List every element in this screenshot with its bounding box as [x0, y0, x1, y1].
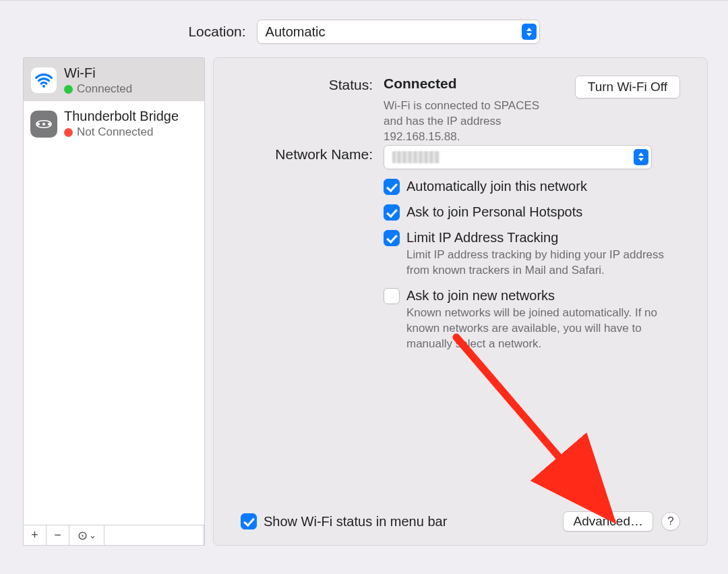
service-status: Connected [77, 82, 132, 96]
sidebar-action-bar: + − ⊙ ⌄ [23, 525, 205, 546]
service-status: Not Connected [77, 125, 153, 139]
status-value: Connected [384, 76, 562, 92]
show-wifi-menubar-label: Show Wi-Fi status in menu bar [264, 514, 447, 529]
location-popup[interactable]: Automatic [257, 20, 540, 44]
svg-point-1 [37, 123, 40, 125]
status-dot-icon [64, 128, 73, 137]
annotation-arrow-icon [452, 333, 628, 529]
service-item-thunderbolt[interactable]: Thunderbolt Bridge Not Connected [24, 101, 204, 144]
status-description: Wi-Fi is connected to SPACES and has the… [384, 98, 562, 145]
svg-line-4 [456, 337, 602, 507]
ask-new-networks-label: Ask to join new networks [406, 288, 555, 304]
network-name-label: Network Name: [241, 145, 373, 169]
advanced-button[interactable]: Advanced… [563, 511, 653, 532]
ask-hotspots-checkbox[interactable] [384, 204, 400, 221]
chevron-down-icon: ⌄ [89, 530, 96, 540]
location-value: Automatic [266, 24, 326, 40]
more-actions-button[interactable]: ⊙ ⌄ [69, 525, 104, 545]
service-name: Thunderbolt Bridge [64, 108, 179, 124]
limit-ip-checkbox[interactable] [384, 230, 400, 246]
network-name-value [392, 151, 439, 163]
wifi-icon [30, 67, 57, 94]
auto-join-checkbox[interactable] [384, 179, 400, 195]
help-button[interactable]: ? [661, 512, 680, 531]
svg-point-2 [42, 123, 45, 125]
wifi-settings-panel: Status: Connected Wi-Fi is connected to … [213, 57, 708, 546]
service-list: Wi-Fi Connected [23, 57, 205, 525]
ask-new-networks-checkbox[interactable] [384, 288, 400, 304]
service-item-wifi[interactable]: Wi-Fi Connected [24, 58, 204, 101]
location-label: Location: [188, 24, 245, 40]
auto-join-label: Automatically join this network [406, 179, 587, 194]
status-label: Status: [241, 76, 373, 145]
show-wifi-menubar-checkbox[interactable] [241, 513, 257, 529]
network-name-popup[interactable] [384, 145, 652, 169]
more-icon: ⊙ [78, 528, 88, 543]
network-sidebar: Wi-Fi Connected [23, 57, 205, 546]
thunderbolt-bridge-icon [30, 111, 57, 138]
limit-ip-description: Limit IP address tracking by hiding your… [406, 248, 680, 279]
limit-ip-label: Limit IP Address Tracking [406, 230, 558, 246]
service-name: Wi-Fi [64, 65, 132, 81]
turn-wifi-off-button[interactable]: Turn Wi-Fi Off [575, 76, 680, 98]
svg-point-3 [48, 123, 51, 125]
remove-service-button[interactable]: − [47, 525, 69, 545]
svg-point-0 [42, 85, 45, 88]
add-service-button[interactable]: + [24, 525, 47, 545]
ask-new-networks-description: Known networks will be joined automatica… [406, 306, 680, 352]
status-dot-icon [64, 85, 73, 94]
popup-arrows-icon [522, 24, 537, 40]
popup-arrows-icon [634, 149, 648, 165]
ask-hotspots-label: Ask to join Personal Hotspots [406, 204, 582, 220]
